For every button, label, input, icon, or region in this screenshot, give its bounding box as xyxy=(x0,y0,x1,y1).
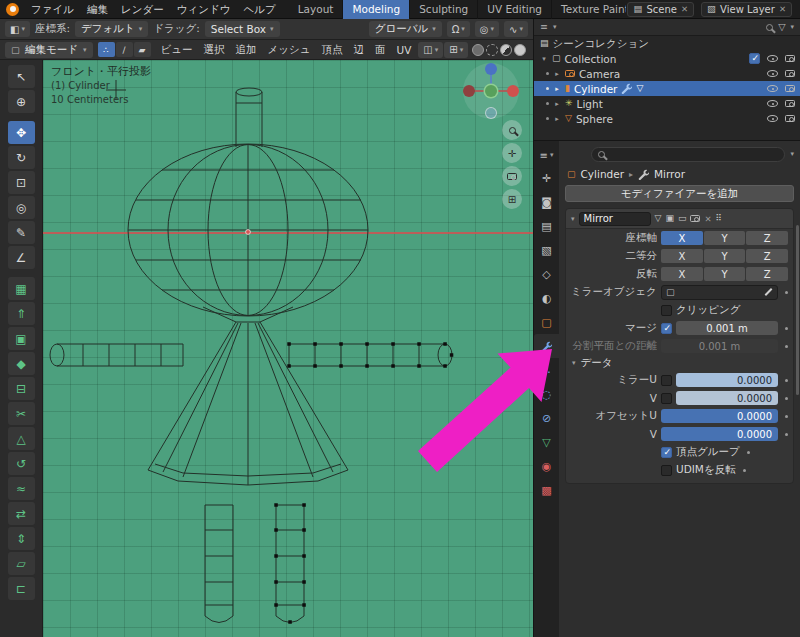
inset-faces-tool[interactable]: ▣ xyxy=(8,327,35,350)
properties-tab-world[interactable]: ◐ xyxy=(534,286,559,310)
breadcrumb-object[interactable]: Cylinder xyxy=(581,168,624,180)
pan-button[interactable]: ✛ xyxy=(502,143,522,163)
mirror-object-field[interactable]: ▢ xyxy=(661,285,778,300)
edge-select-button[interactable]: ∕ xyxy=(116,42,133,57)
tab-texture-paint[interactable]: Texture Paint xyxy=(552,0,626,19)
mirror-u-checkbox[interactable] xyxy=(661,375,672,386)
flip-x-button[interactable]: X xyxy=(661,267,703,281)
bisect-x-button[interactable]: X xyxy=(661,249,703,263)
menu-edge[interactable]: 辺 xyxy=(348,43,369,57)
snap-magnet-button[interactable]: Ω xyxy=(447,21,470,37)
gizmo-y-axis[interactable] xyxy=(485,85,497,97)
menu-render[interactable]: レンダー xyxy=(115,0,170,19)
vertex-groups-checkbox[interactable] xyxy=(661,447,672,458)
editor-type-selector[interactable]: ≡▾ xyxy=(540,144,554,166)
collapse-icon[interactable]: ▸ xyxy=(553,70,561,78)
properties-tab-object[interactable]: ▢ xyxy=(534,310,559,334)
falloff-button[interactable]: ∿ xyxy=(504,21,528,37)
collapse-section-icon[interactable]: ▾ xyxy=(572,359,576,367)
menu-view[interactable]: ビュー xyxy=(156,43,198,57)
menu-face[interactable]: 面 xyxy=(370,43,391,57)
animate-dot[interactable] xyxy=(785,415,788,418)
data-section-header[interactable]: ▾ データ xyxy=(566,355,793,371)
loop-cut-tool[interactable]: ⊟ xyxy=(8,377,35,400)
animate-dot[interactable] xyxy=(785,433,788,436)
animate-dot[interactable] xyxy=(785,327,788,330)
smooth-tool[interactable]: ≈ xyxy=(8,477,35,500)
transform-tool[interactable]: ◎ xyxy=(8,196,35,219)
drag-mode-dropdown[interactable]: Select Box xyxy=(205,21,280,37)
gizmos-button[interactable]: ⊞ xyxy=(444,42,468,58)
extrude-region-tool[interactable]: ⇑ xyxy=(8,302,35,325)
shrink-fatten-tool[interactable]: ⇕ xyxy=(8,527,35,550)
scrollbar[interactable] xyxy=(796,225,799,395)
close-icon[interactable]: ✕ xyxy=(704,214,711,224)
drag-handle-icon[interactable]: ⠿ xyxy=(716,214,723,223)
collapse-icon[interactable]: ▸ xyxy=(553,100,561,108)
poly-build-tool[interactable]: △ xyxy=(8,427,35,450)
hide-eye-icon[interactable] xyxy=(767,55,778,62)
realtime-display-toggle[interactable]: ▭ xyxy=(678,214,687,223)
gizmo-x-axis[interactable] xyxy=(507,85,519,97)
disable-render-icon[interactable] xyxy=(785,70,795,77)
editor-type-icon[interactable]: ≡ xyxy=(540,22,548,32)
breadcrumb-modifier[interactable]: Mirror xyxy=(654,168,685,180)
offset-u-slider[interactable]: 0.0000 xyxy=(661,409,778,423)
axis-y-button[interactable]: Y xyxy=(704,231,746,245)
blender-logo-icon[interactable] xyxy=(6,3,19,16)
properties-tab-physics[interactable]: ◌ xyxy=(534,382,559,406)
search-input[interactable] xyxy=(591,147,785,162)
filter-icon[interactable]: ▽ xyxy=(778,22,785,32)
rotate-tool[interactable]: ↻ xyxy=(8,146,35,169)
scene-selector[interactable]: ▤ Scene ✕ xyxy=(627,2,694,17)
filter-icon[interactable]: ▽ xyxy=(655,214,662,223)
knife-tool[interactable]: ✂ xyxy=(8,402,35,425)
gizmo-z-axis-neg[interactable] xyxy=(485,107,497,119)
disable-render-icon[interactable] xyxy=(785,100,795,107)
hide-eye-icon[interactable] xyxy=(767,100,778,107)
outliner-row-light[interactable]: ▸ ✳ Light xyxy=(534,96,800,111)
properties-tab-texture[interactable]: ▩ xyxy=(534,478,559,502)
tab-modeling[interactable]: Modeling xyxy=(343,0,410,19)
tweak-tool[interactable]: ↖ xyxy=(8,65,35,88)
animate-dot[interactable] xyxy=(785,379,788,382)
hide-eye-icon[interactable] xyxy=(767,85,778,92)
scene-unlink-icon[interactable]: ✕ xyxy=(681,4,688,14)
bisect-y-button[interactable]: Y xyxy=(704,249,746,263)
material-shading-button[interactable] xyxy=(500,44,512,56)
transform-orientation-dropdown[interactable]: グローバル xyxy=(369,21,442,37)
orientation-dropdown[interactable]: デフォルト xyxy=(75,21,148,37)
mirror-u-slider[interactable]: 0.0000 xyxy=(676,373,778,387)
merge-value-field[interactable]: 0.001 m xyxy=(676,321,778,335)
eyedropper-icon[interactable] xyxy=(763,287,773,297)
menu-help[interactable]: ヘルプ xyxy=(237,0,281,19)
move-tool[interactable]: ✥ xyxy=(8,121,35,144)
menu-uv[interactable]: UV xyxy=(391,44,416,56)
collapse-icon[interactable]: ▸ xyxy=(553,85,561,93)
render-display-toggle[interactable] xyxy=(690,215,700,222)
bevel-tool[interactable]: ◆ xyxy=(8,352,35,375)
add-cube-tool[interactable]: ▦ xyxy=(8,277,35,300)
properties-tab-material[interactable]: ◉ xyxy=(534,454,559,478)
rip-region-tool[interactable]: ⊏ xyxy=(8,577,35,600)
spin-tool[interactable]: ↺ xyxy=(8,452,35,475)
properties-tab-output[interactable]: ▤ xyxy=(534,214,559,238)
camera-view-button[interactable] xyxy=(502,166,522,186)
tab-layout[interactable]: Layout xyxy=(289,0,344,19)
properties-tab-scene[interactable]: ◇ xyxy=(534,262,559,286)
editmode-display-toggle[interactable]: ▣ xyxy=(665,214,674,223)
outliner-row-camera[interactable]: ▸ Camera xyxy=(534,66,800,81)
expand-icon[interactable]: ▾ xyxy=(540,55,548,63)
viewport-canvas[interactable]: フロント・平行投影 (1) Cylinder 10 Centimeters ✛ … xyxy=(43,60,533,637)
mirror-v-slider[interactable]: 0.0000 xyxy=(676,391,778,405)
properties-tab-particles[interactable]: ∴ xyxy=(534,358,559,382)
add-modifier-button[interactable]: モディファイアーを追加 xyxy=(565,185,794,202)
bisect-distance-field[interactable]: 0.001 m xyxy=(661,339,778,353)
animate-dot[interactable] xyxy=(747,451,750,454)
properties-tab-constraints[interactable]: ⊘ xyxy=(534,406,559,430)
outliner-row-sphere[interactable]: ▸ ▽ Sphere xyxy=(534,111,800,126)
properties-tab-render[interactable]: ◙ xyxy=(534,190,559,214)
bisect-z-button[interactable]: Z xyxy=(746,249,788,263)
navigation-gizmo[interactable] xyxy=(463,63,519,119)
ortho-toggle-button[interactable]: ⊞ xyxy=(502,189,522,209)
